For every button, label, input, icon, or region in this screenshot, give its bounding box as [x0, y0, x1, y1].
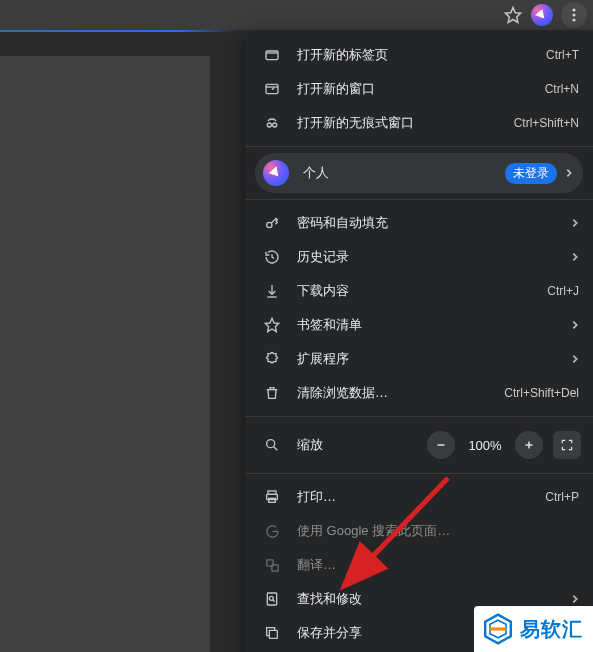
svg-rect-25	[490, 627, 506, 630]
bookmark-star-icon[interactable]	[503, 5, 523, 25]
svg-point-2	[572, 13, 575, 16]
menu-separator	[245, 473, 593, 474]
watermark-logo-icon	[482, 613, 514, 645]
profile-avatar-icon	[263, 160, 289, 186]
copy-icon	[261, 625, 283, 641]
translate-icon	[261, 558, 283, 573]
menu-shortcut: Ctrl+Shift+N	[514, 116, 579, 130]
menu-item-print[interactable]: 打印… Ctrl+P	[245, 480, 593, 514]
watermark: 易软汇	[474, 606, 593, 652]
svg-point-1	[572, 8, 575, 11]
svg-marker-0	[506, 8, 521, 23]
svg-point-7	[273, 123, 277, 127]
menu-label: 书签和清单	[297, 316, 565, 334]
incognito-icon	[261, 115, 283, 131]
chevron-right-icon	[571, 354, 579, 364]
menu-label: 使用 Google 搜索此页面…	[297, 522, 579, 540]
svg-point-6	[267, 123, 271, 127]
menu-item-bookmarks[interactable]: 书签和清单	[245, 308, 593, 342]
zoom-value: 100%	[465, 438, 505, 453]
fullscreen-button[interactable]	[553, 431, 581, 459]
menu-shortcut: Ctrl+Shift+Del	[504, 386, 579, 400]
menu-separator	[245, 146, 593, 147]
history-icon	[261, 249, 283, 265]
svg-point-3	[572, 18, 575, 21]
chevron-right-icon	[571, 218, 579, 228]
menu-item-translate[interactable]: 翻译…	[245, 548, 593, 582]
svg-point-8	[267, 222, 272, 227]
menu-item-clear-data[interactable]: 清除浏览数据… Ctrl+Shift+Del	[245, 376, 593, 410]
chevron-right-icon	[571, 594, 579, 604]
kebab-menu-button[interactable]	[561, 2, 587, 28]
chevron-right-icon	[565, 168, 573, 178]
svg-marker-9	[265, 318, 278, 331]
main-menu-dropdown: 打开新的标签页 Ctrl+T 打开新的窗口 Ctrl+N 打开新的无痕式窗口 C…	[245, 32, 593, 652]
menu-label: 打开新的窗口	[297, 80, 545, 98]
menu-label: 扩展程序	[297, 350, 565, 368]
print-icon	[261, 489, 283, 505]
menu-item-passwords[interactable]: 密码和自动填充	[245, 206, 593, 240]
page-background	[0, 56, 210, 652]
menu-shortcut: Ctrl+J	[547, 284, 579, 298]
menu-separator	[245, 199, 593, 200]
zoom-out-button[interactable]	[427, 431, 455, 459]
svg-rect-18	[269, 630, 277, 638]
menu-shortcut: Ctrl+T	[546, 48, 579, 62]
download-icon	[261, 283, 283, 299]
menu-item-history[interactable]: 历史记录	[245, 240, 593, 274]
menu-label: 翻译…	[297, 556, 579, 574]
tab-icon	[261, 47, 283, 63]
google-icon	[261, 524, 283, 539]
zoom-icon	[261, 437, 283, 453]
svg-point-10	[267, 440, 275, 448]
menu-label: 历史记录	[297, 248, 565, 266]
profile-label: 个人	[303, 164, 505, 182]
chevron-right-icon	[571, 320, 579, 330]
watermark-text: 易软汇	[520, 616, 583, 643]
puzzle-icon	[261, 351, 283, 367]
svg-rect-16	[267, 593, 276, 605]
menu-shortcut: Ctrl+P	[545, 490, 579, 504]
menu-label: 下载内容	[297, 282, 547, 300]
menu-item-downloads[interactable]: 下载内容 Ctrl+J	[245, 274, 593, 308]
svg-rect-4	[266, 51, 278, 60]
window-icon	[261, 81, 283, 97]
menu-item-new-tab[interactable]: 打开新的标签页 Ctrl+T	[245, 38, 593, 72]
trash-icon	[261, 385, 283, 401]
menu-item-incognito[interactable]: 打开新的无痕式窗口 Ctrl+Shift+N	[245, 106, 593, 140]
chevron-right-icon	[571, 252, 579, 262]
search-page-icon	[261, 591, 283, 607]
menu-separator	[245, 416, 593, 417]
menu-label: 清除浏览数据…	[297, 384, 504, 402]
menu-item-profile[interactable]: 个人 未登录	[255, 153, 583, 193]
menu-item-zoom: 缩放 100%	[245, 423, 593, 467]
menu-item-extensions[interactable]: 扩展程序	[245, 342, 593, 376]
menu-label: 打开新的标签页	[297, 46, 546, 64]
key-icon	[261, 215, 283, 231]
menu-label: 打印…	[297, 488, 545, 506]
profile-status-badge: 未登录	[505, 163, 557, 184]
menu-item-new-window[interactable]: 打开新的窗口 Ctrl+N	[245, 72, 593, 106]
svg-rect-13	[269, 498, 276, 502]
profile-avatar-icon[interactable]	[531, 4, 553, 26]
menu-item-google-search[interactable]: 使用 Google 搜索此页面…	[245, 514, 593, 548]
menu-label: 打开新的无痕式窗口	[297, 114, 514, 132]
star-icon	[261, 317, 283, 333]
menu-label: 密码和自动填充	[297, 214, 565, 232]
menu-shortcut: Ctrl+N	[545, 82, 579, 96]
zoom-label: 缩放	[297, 436, 427, 454]
zoom-in-button[interactable]	[515, 431, 543, 459]
